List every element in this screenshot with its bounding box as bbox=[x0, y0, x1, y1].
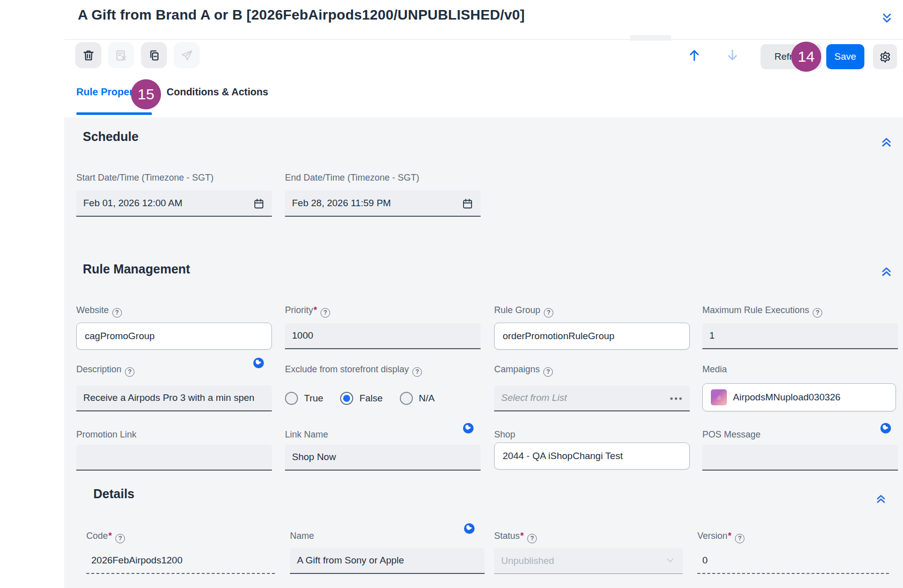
rule-group-label: Rule Group? bbox=[494, 305, 553, 318]
page-title: A Gift from Brand A or B [2026FebAirpods… bbox=[78, 7, 525, 23]
media-label: Media bbox=[702, 364, 727, 375]
chevron-double-down-icon bbox=[880, 12, 893, 25]
help-icon[interactable]: ? bbox=[813, 308, 822, 318]
version-value: 0 bbox=[697, 548, 889, 574]
help-icon[interactable]: ? bbox=[115, 534, 125, 543]
name-label: Name bbox=[290, 531, 314, 541]
end-date-label: End Date/Time (Timezone - SGT) bbox=[285, 173, 419, 183]
status-label: Status*? bbox=[494, 531, 537, 543]
website-input[interactable]: cagPromoGroup bbox=[76, 323, 272, 350]
header-divider bbox=[64, 39, 903, 40]
promotion-link-label: Promotion Link bbox=[76, 429, 136, 440]
form-remove-icon bbox=[114, 49, 128, 62]
chevron-double-up-icon bbox=[880, 135, 893, 149]
exclude-storefront-label: Exclude from storefront display? bbox=[285, 364, 422, 377]
name-input[interactable]: A Gift from Sony or Apple bbox=[290, 548, 485, 574]
priority-label: Priority*? bbox=[285, 305, 330, 318]
start-date-label: Start Date/Time (Timezone - SGT) bbox=[76, 173, 214, 183]
code-label: Code*? bbox=[86, 531, 125, 543]
globe-icon[interactable] bbox=[253, 357, 264, 369]
chevron-double-up-icon bbox=[875, 493, 887, 505]
collapse-rule-management-button[interactable] bbox=[880, 265, 893, 278]
rule-management-heading: Rule Management bbox=[83, 262, 190, 276]
collapse-schedule-button[interactable] bbox=[880, 135, 893, 149]
version-label: Version*? bbox=[697, 531, 744, 543]
clear-rule-button bbox=[108, 42, 134, 68]
rule-properties-panel bbox=[64, 117, 903, 588]
campaigns-label: Campaigns? bbox=[494, 364, 553, 377]
chevron-down-icon bbox=[667, 558, 674, 563]
end-date-input[interactable]: Feb 28, 2026 11:59 PM bbox=[285, 191, 481, 217]
tab-conditions-actions[interactable]: Conditions & Actions bbox=[167, 86, 268, 98]
globe-icon[interactable] bbox=[880, 422, 891, 434]
help-icon[interactable]: ? bbox=[544, 308, 553, 318]
status-select: Unpublished bbox=[494, 548, 683, 574]
active-tab-indicator bbox=[76, 112, 152, 115]
radio-na-label: N/A bbox=[419, 393, 435, 404]
radio-false-label: False bbox=[359, 393, 382, 404]
campaigns-input[interactable]: Select from List bbox=[494, 385, 690, 411]
move-down-button bbox=[723, 46, 741, 64]
globe-icon[interactable] bbox=[463, 422, 474, 434]
calendar-icon[interactable] bbox=[462, 198, 474, 210]
details-heading: Details bbox=[93, 487, 134, 501]
chevron-double-up-icon bbox=[880, 265, 893, 278]
shop-input[interactable]: 2044 - QA iShopChangi Test bbox=[494, 443, 690, 470]
rule-group-input[interactable]: orderPromotionRuleGroup bbox=[494, 323, 690, 350]
globe-icon[interactable] bbox=[464, 523, 475, 534]
start-date-input[interactable]: Feb 01, 2026 12:00 AM bbox=[76, 191, 272, 217]
pos-message-label: POS Message bbox=[702, 429, 761, 440]
help-icon[interactable]: ? bbox=[125, 367, 134, 377]
code-value: 2026FebAirpods1200 bbox=[86, 548, 275, 574]
help-icon[interactable]: ? bbox=[112, 308, 122, 318]
shop-label: Shop bbox=[494, 429, 515, 440]
radio-true[interactable] bbox=[285, 392, 298, 405]
help-icon[interactable]: ? bbox=[527, 534, 537, 543]
max-rule-executions-input[interactable]: 1 bbox=[702, 323, 898, 349]
trash-icon bbox=[82, 49, 95, 62]
arrow-up-icon bbox=[687, 48, 702, 63]
gear-icon bbox=[878, 50, 892, 64]
step-badge-14: 14 bbox=[791, 42, 821, 72]
ellipsis-icon[interactable] bbox=[670, 397, 682, 400]
move-up-button[interactable] bbox=[685, 46, 703, 64]
exclude-storefront-radio-group: True False N/A bbox=[285, 392, 452, 405]
publish-button bbox=[174, 42, 200, 68]
description-label: Description? bbox=[76, 364, 134, 377]
promotion-rule-editor: A Gift from Brand A or B [2026FebAirpods… bbox=[0, 0, 903, 588]
arrow-down-icon bbox=[725, 48, 740, 63]
radio-na[interactable] bbox=[400, 392, 413, 405]
help-icon[interactable]: ? bbox=[543, 367, 553, 377]
pos-message-input[interactable] bbox=[702, 445, 898, 471]
send-icon bbox=[180, 49, 194, 62]
calendar-icon[interactable] bbox=[253, 198, 265, 210]
max-rule-executions-label: Maximum Rule Executions? bbox=[702, 305, 822, 318]
help-icon[interactable]: ? bbox=[412, 367, 422, 377]
copy-button[interactable] bbox=[141, 42, 167, 68]
copy-icon bbox=[147, 49, 161, 62]
media-thumbnail: ♫ bbox=[711, 389, 727, 405]
website-label: Website? bbox=[76, 305, 122, 318]
save-button[interactable]: Save bbox=[826, 44, 864, 69]
help-icon[interactable]: ? bbox=[321, 308, 330, 318]
header-divider-gap bbox=[630, 35, 671, 41]
radio-false[interactable] bbox=[340, 392, 353, 405]
priority-input[interactable]: 1000 bbox=[285, 323, 481, 349]
link-name-input[interactable]: Shop Now bbox=[285, 445, 481, 471]
media-input[interactable]: ♫ AirpodsMNupload030326 bbox=[702, 383, 896, 411]
help-icon[interactable]: ? bbox=[735, 534, 744, 543]
description-input[interactable]: Receive a Airpods Pro 3 with a min spen bbox=[76, 385, 272, 411]
step-badge-15: 15 bbox=[131, 79, 161, 109]
schedule-heading: Schedule bbox=[83, 129, 138, 144]
collapse-details-button[interactable] bbox=[875, 493, 888, 506]
link-name-label: Link Name bbox=[285, 429, 328, 440]
settings-button[interactable] bbox=[873, 44, 897, 69]
collapse-header-button[interactable] bbox=[878, 9, 896, 27]
delete-button[interactable] bbox=[75, 42, 101, 68]
radio-true-label: True bbox=[304, 393, 323, 404]
promotion-link-input[interactable] bbox=[76, 445, 272, 471]
